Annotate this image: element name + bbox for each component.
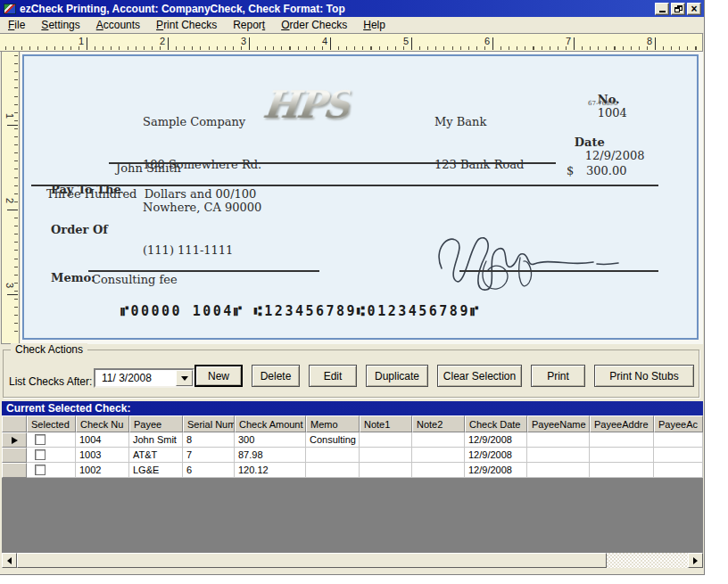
- column-header-note2[interactable]: Note2: [412, 415, 465, 432]
- selected-cell[interactable]: [27, 432, 76, 448]
- company-address: Sample Company 100 Somewhere Rd. Nowhere…: [143, 86, 261, 286]
- ruler-number: 3: [4, 283, 15, 288]
- note2-cell[interactable]: [412, 463, 465, 478]
- column-header-memo[interactable]: Memo: [306, 415, 360, 432]
- menu-order-checks[interactable]: Order Checks: [273, 18, 355, 33]
- payee-ac-cell[interactable]: [654, 432, 703, 448]
- amount-words-line: [31, 185, 658, 186]
- amount-cell[interactable]: 87.98: [235, 448, 306, 463]
- restore-button[interactable]: [671, 3, 685, 15]
- row-selector[interactable]: [2, 448, 27, 463]
- memo-cell[interactable]: [306, 463, 360, 478]
- payee-address-cell[interactable]: [590, 432, 654, 448]
- close-button[interactable]: ×: [687, 3, 701, 15]
- signature-line: [459, 270, 658, 272]
- payee-name-cell[interactable]: [527, 463, 590, 478]
- payee-cell[interactable]: AT&T: [129, 448, 183, 463]
- payee-name-cell[interactable]: [527, 432, 590, 448]
- ruler-number: 4: [322, 36, 330, 46]
- hps-logo: HPS: [261, 83, 351, 127]
- date-filter-dropdown-button[interactable]: [176, 370, 193, 386]
- print-button[interactable]: Print: [531, 365, 585, 387]
- row-checkbox[interactable]: [35, 434, 46, 445]
- payee-ac-cell[interactable]: [654, 448, 703, 463]
- currency-symbol: $: [567, 164, 574, 177]
- check-number-cell[interactable]: 1003: [76, 448, 129, 463]
- table-row[interactable]: 1003 AT&T 7 87.98 12/9/2008: [2, 448, 703, 463]
- print-no-stubs-button[interactable]: Print No Stubs: [594, 365, 694, 387]
- column-header-payee[interactable]: Payee: [129, 415, 183, 432]
- column-header-serial-num[interactable]: Serial Num: [183, 415, 235, 432]
- menu-help[interactable]: Help: [355, 18, 393, 33]
- column-header-note1[interactable]: Note1: [360, 415, 412, 432]
- column-header-payee-ac[interactable]: PayeeAc: [654, 415, 703, 432]
- payee-cell[interactable]: John Smit: [129, 432, 183, 448]
- note1-cell[interactable]: [360, 448, 412, 463]
- payee-name-cell[interactable]: [527, 448, 590, 463]
- serial-cell[interactable]: 7: [183, 448, 235, 463]
- memo-cell[interactable]: [306, 448, 360, 463]
- memo-cell[interactable]: Consulting: [306, 432, 360, 448]
- check-number-cell[interactable]: 1002: [76, 463, 129, 478]
- menu-settings[interactable]: Settings: [33, 18, 87, 33]
- new-button[interactable]: New: [194, 365, 243, 387]
- duplicate-button[interactable]: Duplicate: [366, 365, 428, 387]
- table-row[interactable]: 1002 LG&E 6 120.12 12/9/2008: [2, 463, 703, 478]
- note1-cell[interactable]: [360, 463, 412, 478]
- ruler-number: 6: [484, 36, 492, 46]
- scroll-left-button[interactable]: [2, 553, 17, 568]
- selected-cell[interactable]: [27, 448, 76, 463]
- menu-report[interactable]: Report: [225, 18, 273, 33]
- payee-address-cell[interactable]: [590, 448, 654, 463]
- horizontal-scrollbar[interactable]: [2, 553, 703, 568]
- menu-accounts[interactable]: Accounts: [88, 18, 148, 33]
- column-header-check-amount[interactable]: Check Amount: [235, 415, 306, 432]
- menu-print-checks[interactable]: Print Checks: [148, 18, 225, 33]
- date-value: 12/9/2008: [585, 149, 645, 162]
- row-selector[interactable]: [2, 432, 27, 448]
- memo-label: Memo:: [51, 271, 95, 284]
- check-date-cell[interactable]: 12/9/2008: [465, 463, 527, 478]
- delete-button[interactable]: Delete: [252, 365, 300, 387]
- memo-value: Consulting fee: [92, 273, 178, 286]
- menu-file[interactable]: File: [0, 18, 33, 33]
- table-row[interactable]: 1004 John Smit 8 300 Consulting 12/9/200…: [2, 432, 703, 448]
- app-icon: [4, 4, 16, 14]
- clear-selection-button[interactable]: Clear Selection: [437, 365, 522, 387]
- row-checkbox[interactable]: [35, 465, 46, 475]
- amount-value: 300.00: [586, 164, 627, 177]
- column-header-selected[interactable]: Selected: [27, 415, 76, 432]
- serial-cell[interactable]: 8: [183, 432, 235, 448]
- current-selected-check-caption: Current Selected Check:: [2, 401, 703, 415]
- row-checkbox[interactable]: [35, 449, 46, 460]
- scroll-right-button[interactable]: [688, 553, 703, 568]
- minimize-button[interactable]: [655, 3, 669, 15]
- payee-ac-cell[interactable]: [654, 463, 703, 478]
- scrollbar-thumb[interactable]: [17, 553, 607, 568]
- grid-header-row: Selected Check Nu Payee Serial Num Check…: [2, 415, 703, 432]
- check-date-cell[interactable]: 12/9/2008: [465, 448, 527, 463]
- column-header-payee-address[interactable]: PayeeAddre: [590, 415, 654, 432]
- date-filter-combobox[interactable]: 11/ 3/2008: [94, 368, 194, 388]
- bank-street: 123 Bank Road: [434, 158, 524, 172]
- ruler-number: 3: [241, 36, 249, 46]
- column-header-check-date[interactable]: Check Date: [465, 415, 527, 432]
- note1-cell[interactable]: [360, 432, 412, 448]
- note2-cell[interactable]: [412, 448, 465, 463]
- horizontal-ruler: 1 2 3 4 5 6 7 8: [0, 33, 703, 52]
- amount-cell[interactable]: 120.12: [235, 463, 306, 478]
- selected-cell[interactable]: [27, 463, 76, 478]
- payee-cell[interactable]: LG&E: [129, 463, 183, 478]
- note2-cell[interactable]: [412, 432, 465, 448]
- amount-cell[interactable]: 300: [235, 432, 306, 448]
- check-date-cell[interactable]: 12/9/2008: [465, 432, 527, 448]
- bank-address: My Bank 123 Bank Road: [434, 86, 524, 201]
- row-selector[interactable]: [2, 463, 27, 478]
- check-number-cell[interactable]: 1004: [76, 432, 129, 448]
- amount-words: Three Hundred Dollars and 00/100: [46, 187, 256, 201]
- column-header-payee-name[interactable]: PayeeName: [527, 415, 590, 432]
- edit-button[interactable]: Edit: [309, 365, 357, 387]
- serial-cell[interactable]: 6: [183, 463, 235, 478]
- payee-address-cell[interactable]: [590, 463, 654, 478]
- column-header-check-number[interactable]: Check Nu: [76, 415, 129, 432]
